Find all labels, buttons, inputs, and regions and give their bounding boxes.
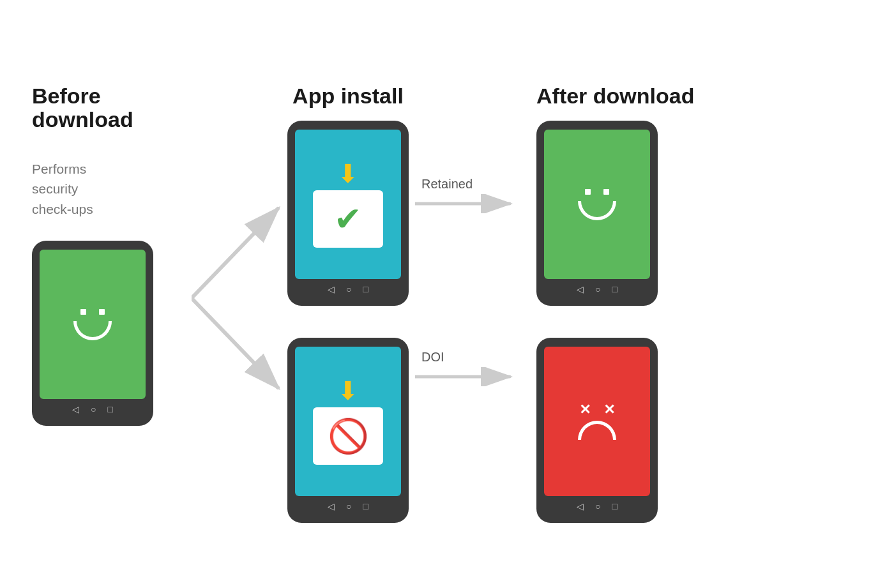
phone-install-top-screen: ⬇ ✔ <box>295 130 401 279</box>
smiley-happy-after <box>578 189 616 220</box>
nav-home-at: ○ <box>595 284 600 294</box>
diagonal-arrows <box>192 123 287 474</box>
block-icon: 🚫 <box>328 417 369 456</box>
eye-right-after <box>603 189 609 195</box>
smiley-happy-before <box>73 309 112 340</box>
nav-recents-at: □ <box>612 284 617 294</box>
install-card-bottom: 🚫 <box>313 407 383 465</box>
checkmark-icon: ✔ <box>334 200 362 238</box>
doi-arrow-group: DOI <box>415 248 517 389</box>
smiley-eyes <box>80 309 105 315</box>
retained-arrow-group: Retained <box>415 145 517 216</box>
phone-after-bottom: ✕ ✕ ◁ ○ □ <box>536 338 658 523</box>
full-layout: Before download Performssecuritycheck-up… <box>32 65 862 523</box>
doi-arrow <box>415 367 517 389</box>
phone-after-top-screen <box>544 130 650 279</box>
nav-recents-ab: □ <box>612 501 617 511</box>
nav-back-at: ◁ <box>577 284 584 294</box>
nav-back-ib: ◁ <box>328 501 335 511</box>
phone-after-bottom-screen: ✕ ✕ <box>544 347 650 496</box>
retained-label: Retained <box>421 177 473 192</box>
nav-back: ◁ <box>72 404 79 414</box>
nav-recents-it: □ <box>363 284 368 294</box>
install-phones: ⬇ ✔ ◁ ○ □ ⬇ 🚫 <box>287 121 409 523</box>
eye-left <box>80 309 86 315</box>
nav-back-ab: ◁ <box>577 501 584 511</box>
sad-eye-right: ✕ <box>603 403 615 417</box>
sad-eye-left: ✕ <box>579 403 591 417</box>
after-phones: ◁ ○ □ ✕ ✕ <box>536 121 658 523</box>
nav-home-ib: ○ <box>346 501 351 511</box>
phone-install-bottom: ⬇ 🚫 ◁ ○ □ <box>287 338 409 523</box>
phone-after-top: ◁ ○ □ <box>536 121 658 306</box>
middle-arrows-section: Retained DOI <box>409 145 536 389</box>
eye-left-after <box>585 189 591 195</box>
sad-face: ✕ ✕ <box>578 403 616 440</box>
nav-home-it: ○ <box>346 284 351 294</box>
section-before: Before download Performssecuritycheck-up… <box>32 84 192 426</box>
phone-install-bottom-nav: ◁ ○ □ <box>328 501 368 511</box>
sad-eyes: ✕ ✕ <box>579 403 615 417</box>
before-description: Performssecuritycheck-ups <box>32 159 93 220</box>
svg-line-3 <box>192 298 278 388</box>
download-arrow-top: ⬇ <box>337 161 359 186</box>
section-install: App install ⬇ ✔ ◁ ○ □ <box>287 84 409 523</box>
nav-home-ab: ○ <box>595 501 600 511</box>
phone-install-bottom-screen: ⬇ 🚫 <box>295 347 401 496</box>
retained-arrow <box>415 194 517 216</box>
main-container: Before download Performssecuritycheck-up… <box>0 0 894 588</box>
nav-recents: □ <box>108 404 113 414</box>
phone-install-top: ⬇ ✔ ◁ ○ □ <box>287 121 409 306</box>
phone-before-screen <box>40 250 146 399</box>
nav-back-it: ◁ <box>328 284 335 294</box>
sad-mouth <box>578 421 616 440</box>
phone-after-top-nav: ◁ ○ □ <box>577 284 617 294</box>
phone-before-nav: ◁ ○ □ <box>72 404 113 414</box>
nav-recents-ib: □ <box>363 501 368 511</box>
nav-home: ○ <box>91 404 96 414</box>
phone-after-bottom-nav: ◁ ○ □ <box>577 501 617 511</box>
svg-line-2 <box>192 209 278 298</box>
install-card-top: ✔ <box>313 190 383 248</box>
after-title: After download <box>536 84 694 108</box>
smiley-mouth <box>73 321 112 340</box>
eye-right <box>99 309 105 315</box>
install-title: App install <box>292 84 404 108</box>
phone-before: ◁ ○ □ <box>32 241 153 426</box>
phone-install-top-nav: ◁ ○ □ <box>328 284 368 294</box>
smiley-eyes-after <box>585 189 609 195</box>
doi-label: DOI <box>421 350 444 365</box>
section-after: After download ◁ <box>536 84 694 523</box>
before-title: Before download <box>32 84 133 132</box>
smiley-mouth-after <box>578 201 616 220</box>
diagonal-arrows-svg <box>192 164 287 432</box>
download-arrow-bottom: ⬇ <box>337 378 359 403</box>
